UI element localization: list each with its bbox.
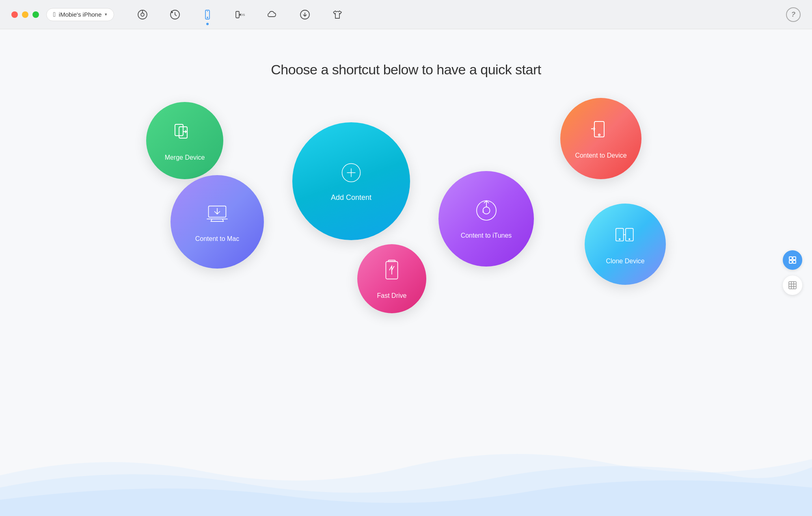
svg-rect-35 <box>789 257 792 260</box>
maximize-button[interactable] <box>32 11 39 18</box>
add-plus-icon <box>339 160 363 188</box>
nav-icons: iOS <box>134 6 346 24</box>
minimize-button[interactable] <box>22 11 28 18</box>
svg-point-28 <box>598 134 600 136</box>
svg-rect-7 <box>236 11 239 18</box>
traffic-lights <box>11 11 39 18</box>
titlebar:  iMobie's iPhone ▾ <box>0 0 812 29</box>
nav-download-icon[interactable] <box>296 6 314 24</box>
wave-background <box>0 427 812 516</box>
device-transfer-icon <box>589 118 613 145</box>
content-to-mac-bubble[interactable]: Content to Mac <box>171 175 264 269</box>
close-button[interactable] <box>11 11 18 18</box>
svg-point-6 <box>207 17 208 18</box>
svg-point-1 <box>141 13 144 16</box>
chevron-down-icon: ▾ <box>105 12 107 17</box>
mac-download-icon <box>205 202 229 229</box>
help-button[interactable]: ? <box>786 7 801 22</box>
add-content-label: Add Content <box>331 193 371 202</box>
content-to-device-label: Content to Device <box>575 152 626 159</box>
grid-view-button[interactable] <box>783 275 802 295</box>
nav-device-icon[interactable] <box>199 6 216 24</box>
svg-rect-27 <box>594 121 604 137</box>
svg-rect-32 <box>626 228 633 241</box>
merge-device-bubble[interactable]: Merge Device <box>146 102 223 179</box>
content-to-itunes-bubble[interactable]: ♪ Content to iTunes <box>438 171 534 267</box>
apple-icon:  <box>53 11 56 18</box>
fast-drive-bubble[interactable]: Fast Drive <box>357 244 426 313</box>
svg-point-33 <box>629 238 630 240</box>
content-to-itunes-label: Content to iTunes <box>461 232 512 239</box>
svg-rect-30 <box>616 228 624 241</box>
nav-music-icon[interactable] <box>134 6 151 24</box>
svg-text:♪: ♪ <box>482 208 484 214</box>
nav-backup-icon[interactable] <box>166 6 184 24</box>
add-content-bubble[interactable]: Add Content <box>292 122 410 240</box>
bubbles-container: Merge Device Content to Mac <box>122 90 690 374</box>
battery-icon <box>380 258 404 286</box>
svg-rect-36 <box>793 257 796 260</box>
device-name: iMobie's iPhone <box>59 11 102 18</box>
merge-icon <box>173 120 197 147</box>
list-view-button[interactable] <box>783 250 802 270</box>
clone-device-label: Clone Device <box>606 258 644 265</box>
main-content: Choose a shortcut below to have a quick … <box>0 29 812 516</box>
fast-drive-label: Fast Drive <box>377 292 407 299</box>
device-selector[interactable]:  iMobie's iPhone ▾ <box>46 8 114 21</box>
page-title: Choose a shortcut below to have a quick … <box>271 62 541 78</box>
clone-icon <box>613 224 637 251</box>
itunes-icon: ♪ <box>474 198 499 225</box>
clone-device-bubble[interactable]: Clone Device <box>585 204 666 285</box>
content-to-mac-label: Content to Mac <box>195 235 240 243</box>
svg-point-31 <box>619 238 620 240</box>
nav-cloud-icon[interactable] <box>263 6 281 24</box>
svg-rect-38 <box>793 260 796 263</box>
svg-rect-37 <box>789 260 792 263</box>
side-toolbar <box>783 250 802 295</box>
svg-rect-39 <box>789 282 796 289</box>
content-to-device-bubble[interactable]: Content to Device <box>560 98 641 179</box>
nav-ios-transfer-icon[interactable]: iOS <box>231 6 249 24</box>
nav-tshirt-icon[interactable] <box>328 6 346 24</box>
merge-device-label: Merge Device <box>165 154 205 161</box>
